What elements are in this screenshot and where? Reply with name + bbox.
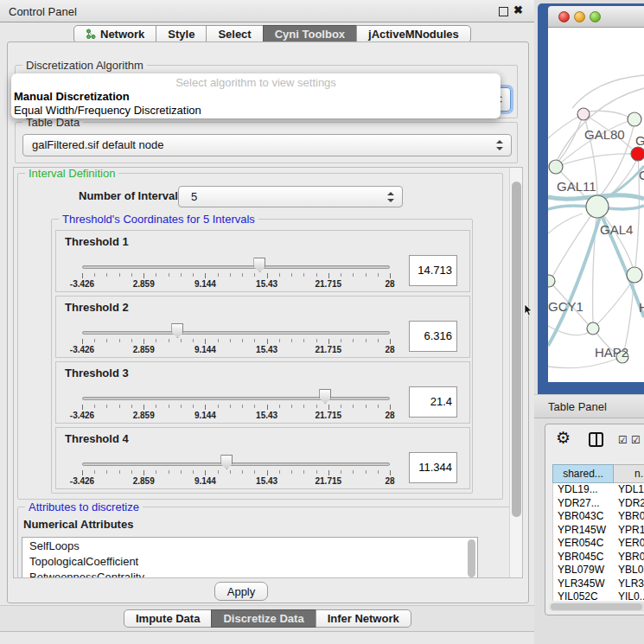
threshold-value-field[interactable]: 11.344 <box>409 452 457 483</box>
table-row[interactable]: YPR145WYPR1... <box>553 524 644 538</box>
slider-tick <box>205 339 206 344</box>
slider-tick-label: 2.859 <box>133 411 155 420</box>
slider-tick <box>193 339 194 342</box>
attributes-list-scrollbar[interactable] <box>468 539 475 577</box>
tab-style[interactable]: Style <box>156 25 207 43</box>
slider-tick <box>279 405 280 408</box>
slider-thumb[interactable] <box>171 323 183 338</box>
table-row[interactable]: YDR27...YDR2... <box>553 497 644 511</box>
checkbox-icon[interactable]: ☑ <box>618 434 628 446</box>
network-node[interactable] <box>628 112 641 126</box>
mac-close-button[interactable] <box>558 11 570 22</box>
tab-infer-network[interactable]: Infer Network <box>316 609 411 628</box>
table-row[interactable]: YBR045CYBR0... <box>553 551 644 564</box>
tab-discretize-data[interactable]: Discretize Data <box>211 609 316 628</box>
spinner-arrows-icon <box>387 192 394 202</box>
slider-tick <box>366 470 367 474</box>
settings-scrollbar-track[interactable] <box>509 168 522 578</box>
slider-tick <box>230 470 231 474</box>
slider-tick <box>328 470 329 475</box>
slider-tick-label: 15.43 <box>256 279 277 289</box>
number-of-intervals-spinner[interactable]: 5 <box>178 186 403 207</box>
popup-item-manual-discretization[interactable]: Manual Discretization <box>11 90 501 104</box>
slider-tick <box>181 273 182 277</box>
slider-tick <box>193 273 194 277</box>
mac-minimize-button[interactable] <box>574 11 585 22</box>
gear-icon[interactable]: ⚙ <box>556 428 571 448</box>
attribute-item-selfloops[interactable]: SelfLoops <box>22 538 477 553</box>
slider-tick <box>242 405 243 408</box>
table-data-combobox[interactable]: galFiltered.sif default node <box>22 134 512 156</box>
slider-tick <box>291 339 292 342</box>
table-row[interactable]: YIL052CYIL0... <box>553 590 644 601</box>
slider-tick <box>390 405 391 410</box>
tab-cyni-toolbox[interactable]: Cyni Toolbox <box>263 25 357 43</box>
table-row[interactable]: YER054CYER0... <box>553 537 644 551</box>
slider-tick <box>205 470 206 475</box>
float-window-icon[interactable] <box>499 7 508 16</box>
threshold-panel: Threshold 2-3.4262.8599.14415.4321.71528… <box>55 296 470 358</box>
slider-thumb[interactable] <box>319 389 331 404</box>
slider-tick <box>181 405 182 408</box>
group-title-thresholds: Threshold's Coordinates for 5 Intervals <box>59 213 258 226</box>
attribute-item-betweennesscentrality[interactable]: BetweennessCentrality <box>22 569 477 578</box>
table-hscrollbar-thumb[interactable] <box>551 603 642 610</box>
screenshot-root: Control Panel ✖ NetworkStyleSelectCyni T… <box>0 0 644 644</box>
slider-tick <box>303 470 304 474</box>
network-node[interactable] <box>586 195 609 218</box>
threshold-value-field[interactable]: 21.4 <box>409 386 457 418</box>
network-node[interactable] <box>548 275 555 287</box>
close-window-icon[interactable]: ✖ <box>513 3 523 16</box>
apply-button[interactable]: Apply <box>214 582 268 601</box>
slider-tick <box>82 273 83 278</box>
threshold-value-field[interactable]: 14.713 <box>409 255 457 286</box>
slider-tick <box>169 470 169 474</box>
table-row[interactable]: YLR345WYLR3... <box>553 577 644 591</box>
table-row[interactable]: YDL19...YDL1... <box>553 483 644 497</box>
network-node[interactable] <box>549 160 563 174</box>
slider-tick-label: 9.144 <box>194 345 216 354</box>
slider-tick <box>267 405 268 410</box>
slider-tick <box>143 470 144 475</box>
column-header-name[interactable]: n... <box>614 464 644 483</box>
table-row[interactable]: YBR043CYBR0... <box>553 510 644 524</box>
table-hscrollbar-track[interactable] <box>549 603 644 611</box>
popup-item-equal-width-frequency[interactable]: Equal Width/Frequency Discretization <box>11 104 501 118</box>
slider-thumb[interactable] <box>253 258 265 272</box>
network-node[interactable] <box>627 267 642 283</box>
slider-tick <box>131 405 132 408</box>
threshold-value-field[interactable]: 6.316 <box>409 321 457 352</box>
attribute-item-topologicalcoefficient[interactable]: TopologicalCoefficient <box>22 553 477 569</box>
tab-jactivemnodules[interactable]: jActiveMNodules <box>356 25 471 43</box>
network-canvas[interactable]: GAL80GACGAL11GAL4GCY1HHAP2 <box>548 28 644 382</box>
cell-name: YER0... <box>615 537 644 551</box>
slider-tick-label: 15.43 <box>256 411 277 420</box>
slider-tick <box>94 273 95 277</box>
table-row[interactable]: YBL079WYBL0... <box>553 564 644 577</box>
slider-thumb[interactable] <box>220 455 233 469</box>
tab-network[interactable]: Network <box>73 25 156 43</box>
slider-track[interactable] <box>82 397 390 400</box>
attributes-group: Attributes to discretize Numerical Attri… <box>17 507 517 578</box>
threshold-label: Threshold 2 <box>65 301 129 314</box>
mac-zoom-button[interactable] <box>590 11 601 22</box>
slider-tick <box>106 405 107 408</box>
slider-track[interactable] <box>82 331 390 335</box>
slider-tick <box>366 339 367 342</box>
network-node[interactable] <box>587 322 599 335</box>
network-edge <box>593 282 632 328</box>
slider-track[interactable] <box>82 462 390 466</box>
network-node-selected[interactable] <box>631 147 644 161</box>
slider-tick <box>316 339 317 342</box>
tab-impute-data[interactable]: Impute Data <box>124 609 212 628</box>
slider-track[interactable] <box>82 265 390 269</box>
cell-name: YPR1... <box>615 524 644 538</box>
split-panel-icon[interactable] <box>589 432 603 447</box>
slider-tick-label: 9.144 <box>194 411 216 420</box>
network-node-label-ga: GA <box>635 133 644 148</box>
settings-scrollbar-thumb[interactable] <box>512 182 521 517</box>
column-header-shared-name[interactable]: shared... <box>552 464 614 483</box>
tab-select[interactable]: Select <box>206 25 263 43</box>
checkbox-icon[interactable]: ☑ <box>631 434 641 446</box>
network-node[interactable] <box>577 108 590 120</box>
